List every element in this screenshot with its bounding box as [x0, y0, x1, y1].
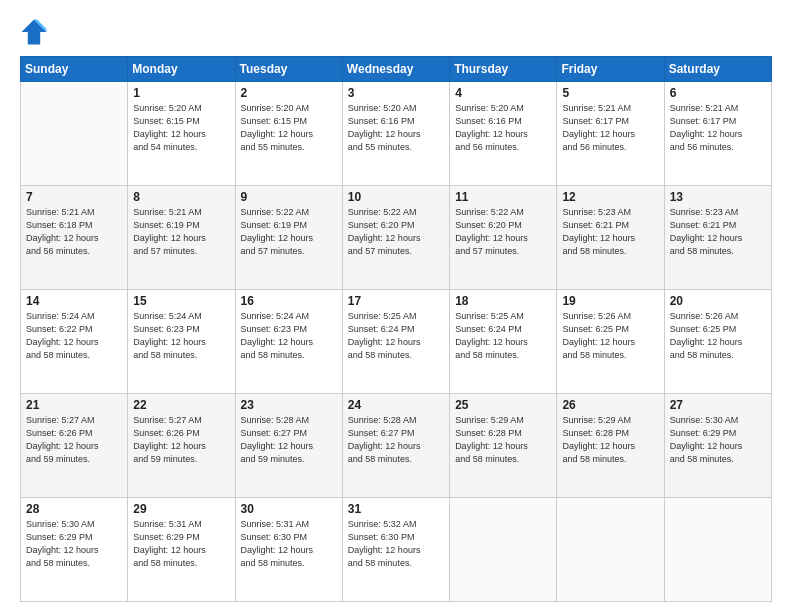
day-header-friday: Friday: [557, 57, 664, 82]
day-info: Sunrise: 5:27 AM Sunset: 6:26 PM Dayligh…: [133, 414, 229, 466]
calendar-cell: 25Sunrise: 5:29 AM Sunset: 6:28 PM Dayli…: [450, 394, 557, 498]
calendar-cell: 9Sunrise: 5:22 AM Sunset: 6:19 PM Daylig…: [235, 186, 342, 290]
day-header-sunday: Sunday: [21, 57, 128, 82]
day-info: Sunrise: 5:29 AM Sunset: 6:28 PM Dayligh…: [455, 414, 551, 466]
day-header-tuesday: Tuesday: [235, 57, 342, 82]
calendar-cell: 10Sunrise: 5:22 AM Sunset: 6:20 PM Dayli…: [342, 186, 449, 290]
day-info: Sunrise: 5:23 AM Sunset: 6:21 PM Dayligh…: [562, 206, 658, 258]
day-info: Sunrise: 5:21 AM Sunset: 6:19 PM Dayligh…: [133, 206, 229, 258]
day-info: Sunrise: 5:20 AM Sunset: 6:15 PM Dayligh…: [133, 102, 229, 154]
calendar-table: SundayMondayTuesdayWednesdayThursdayFrid…: [20, 56, 772, 602]
day-number: 24: [348, 398, 444, 412]
day-number: 21: [26, 398, 122, 412]
day-header-wednesday: Wednesday: [342, 57, 449, 82]
day-info: Sunrise: 5:28 AM Sunset: 6:27 PM Dayligh…: [241, 414, 337, 466]
calendar-cell: [21, 82, 128, 186]
calendar-cell: [664, 498, 771, 602]
calendar-cell: 14Sunrise: 5:24 AM Sunset: 6:22 PM Dayli…: [21, 290, 128, 394]
calendar-cell: 11Sunrise: 5:22 AM Sunset: 6:20 PM Dayli…: [450, 186, 557, 290]
day-number: 9: [241, 190, 337, 204]
day-number: 23: [241, 398, 337, 412]
calendar-cell: 6Sunrise: 5:21 AM Sunset: 6:17 PM Daylig…: [664, 82, 771, 186]
day-number: 12: [562, 190, 658, 204]
day-header-thursday: Thursday: [450, 57, 557, 82]
calendar-cell: 7Sunrise: 5:21 AM Sunset: 6:18 PM Daylig…: [21, 186, 128, 290]
calendar-cell: 19Sunrise: 5:26 AM Sunset: 6:25 PM Dayli…: [557, 290, 664, 394]
calendar-cell: 12Sunrise: 5:23 AM Sunset: 6:21 PM Dayli…: [557, 186, 664, 290]
calendar-cell: 20Sunrise: 5:26 AM Sunset: 6:25 PM Dayli…: [664, 290, 771, 394]
calendar-cell: 26Sunrise: 5:29 AM Sunset: 6:28 PM Dayli…: [557, 394, 664, 498]
calendar-cell: [450, 498, 557, 602]
day-number: 29: [133, 502, 229, 516]
day-info: Sunrise: 5:25 AM Sunset: 6:24 PM Dayligh…: [455, 310, 551, 362]
calendar-cell: 18Sunrise: 5:25 AM Sunset: 6:24 PM Dayli…: [450, 290, 557, 394]
day-info: Sunrise: 5:22 AM Sunset: 6:19 PM Dayligh…: [241, 206, 337, 258]
day-number: 10: [348, 190, 444, 204]
day-info: Sunrise: 5:25 AM Sunset: 6:24 PM Dayligh…: [348, 310, 444, 362]
day-info: Sunrise: 5:31 AM Sunset: 6:29 PM Dayligh…: [133, 518, 229, 570]
day-number: 1: [133, 86, 229, 100]
day-info: Sunrise: 5:22 AM Sunset: 6:20 PM Dayligh…: [348, 206, 444, 258]
day-number: 22: [133, 398, 229, 412]
day-number: 25: [455, 398, 551, 412]
day-info: Sunrise: 5:24 AM Sunset: 6:23 PM Dayligh…: [133, 310, 229, 362]
logo: [20, 18, 52, 46]
calendar-cell: 24Sunrise: 5:28 AM Sunset: 6:27 PM Dayli…: [342, 394, 449, 498]
day-number: 19: [562, 294, 658, 308]
day-number: 11: [455, 190, 551, 204]
day-number: 28: [26, 502, 122, 516]
day-number: 31: [348, 502, 444, 516]
calendar-cell: 28Sunrise: 5:30 AM Sunset: 6:29 PM Dayli…: [21, 498, 128, 602]
day-info: Sunrise: 5:29 AM Sunset: 6:28 PM Dayligh…: [562, 414, 658, 466]
day-number: 2: [241, 86, 337, 100]
calendar-cell: 21Sunrise: 5:27 AM Sunset: 6:26 PM Dayli…: [21, 394, 128, 498]
calendar-cell: 4Sunrise: 5:20 AM Sunset: 6:16 PM Daylig…: [450, 82, 557, 186]
day-number: 5: [562, 86, 658, 100]
day-info: Sunrise: 5:24 AM Sunset: 6:23 PM Dayligh…: [241, 310, 337, 362]
calendar-cell: 29Sunrise: 5:31 AM Sunset: 6:29 PM Dayli…: [128, 498, 235, 602]
day-number: 27: [670, 398, 766, 412]
calendar-cell: [557, 498, 664, 602]
calendar-header-row: SundayMondayTuesdayWednesdayThursdayFrid…: [21, 57, 772, 82]
calendar-cell: 8Sunrise: 5:21 AM Sunset: 6:19 PM Daylig…: [128, 186, 235, 290]
calendar-cell: 5Sunrise: 5:21 AM Sunset: 6:17 PM Daylig…: [557, 82, 664, 186]
calendar-cell: 15Sunrise: 5:24 AM Sunset: 6:23 PM Dayli…: [128, 290, 235, 394]
day-info: Sunrise: 5:21 AM Sunset: 6:18 PM Dayligh…: [26, 206, 122, 258]
day-info: Sunrise: 5:27 AM Sunset: 6:26 PM Dayligh…: [26, 414, 122, 466]
day-info: Sunrise: 5:30 AM Sunset: 6:29 PM Dayligh…: [26, 518, 122, 570]
calendar-cell: 16Sunrise: 5:24 AM Sunset: 6:23 PM Dayli…: [235, 290, 342, 394]
day-number: 17: [348, 294, 444, 308]
day-info: Sunrise: 5:20 AM Sunset: 6:15 PM Dayligh…: [241, 102, 337, 154]
day-info: Sunrise: 5:32 AM Sunset: 6:30 PM Dayligh…: [348, 518, 444, 570]
calendar-cell: 22Sunrise: 5:27 AM Sunset: 6:26 PM Dayli…: [128, 394, 235, 498]
day-info: Sunrise: 5:24 AM Sunset: 6:22 PM Dayligh…: [26, 310, 122, 362]
day-number: 30: [241, 502, 337, 516]
day-number: 15: [133, 294, 229, 308]
header: [20, 18, 772, 46]
day-number: 6: [670, 86, 766, 100]
day-info: Sunrise: 5:30 AM Sunset: 6:29 PM Dayligh…: [670, 414, 766, 466]
day-info: Sunrise: 5:20 AM Sunset: 6:16 PM Dayligh…: [455, 102, 551, 154]
day-number: 16: [241, 294, 337, 308]
day-number: 13: [670, 190, 766, 204]
week-row-1: 1Sunrise: 5:20 AM Sunset: 6:15 PM Daylig…: [21, 82, 772, 186]
day-info: Sunrise: 5:20 AM Sunset: 6:16 PM Dayligh…: [348, 102, 444, 154]
calendar-cell: 2Sunrise: 5:20 AM Sunset: 6:15 PM Daylig…: [235, 82, 342, 186]
day-number: 18: [455, 294, 551, 308]
calendar-cell: 13Sunrise: 5:23 AM Sunset: 6:21 PM Dayli…: [664, 186, 771, 290]
day-number: 3: [348, 86, 444, 100]
svg-marker-0: [22, 20, 47, 45]
day-info: Sunrise: 5:31 AM Sunset: 6:30 PM Dayligh…: [241, 518, 337, 570]
day-number: 8: [133, 190, 229, 204]
page: SundayMondayTuesdayWednesdayThursdayFrid…: [0, 0, 792, 612]
day-info: Sunrise: 5:26 AM Sunset: 6:25 PM Dayligh…: [562, 310, 658, 362]
day-header-monday: Monday: [128, 57, 235, 82]
day-info: Sunrise: 5:22 AM Sunset: 6:20 PM Dayligh…: [455, 206, 551, 258]
day-info: Sunrise: 5:21 AM Sunset: 6:17 PM Dayligh…: [562, 102, 658, 154]
week-row-4: 21Sunrise: 5:27 AM Sunset: 6:26 PM Dayli…: [21, 394, 772, 498]
day-number: 4: [455, 86, 551, 100]
day-info: Sunrise: 5:28 AM Sunset: 6:27 PM Dayligh…: [348, 414, 444, 466]
calendar-cell: 30Sunrise: 5:31 AM Sunset: 6:30 PM Dayli…: [235, 498, 342, 602]
calendar-cell: 31Sunrise: 5:32 AM Sunset: 6:30 PM Dayli…: [342, 498, 449, 602]
calendar-cell: 27Sunrise: 5:30 AM Sunset: 6:29 PM Dayli…: [664, 394, 771, 498]
